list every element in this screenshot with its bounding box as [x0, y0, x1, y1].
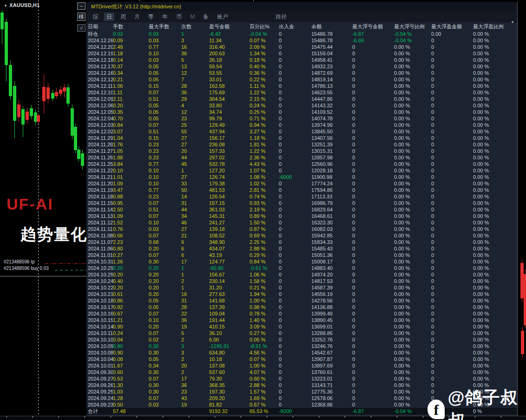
- cell: 0: [352, 356, 394, 362]
- tab-日[interactable]: 日: [104, 13, 114, 21]
- cell: 0: [352, 122, 394, 128]
- cell: 0: [352, 128, 394, 135]
- column-header: 盈亏金额: [209, 22, 250, 31]
- tab-综[interactable]: 综: [90, 13, 100, 21]
- cell: 0.00 %: [473, 109, 517, 115]
- tab-M[interactable]: M: [188, 13, 197, 21]
- cell: 0: [279, 356, 311, 362]
- cell: 1.01: [113, 174, 149, 180]
- cell: 2024.11.13: [88, 213, 113, 219]
- cell: 0.20: [149, 284, 181, 291]
- cell: 139.18: [209, 226, 250, 232]
- panel-move-button[interactable]: 移: [77, 13, 85, 21]
- cell: 26.18: [209, 57, 250, 63]
- cell: 2024.11.27: [88, 148, 113, 154]
- candle-body: [9, 65, 12, 96]
- cell: 12028.18: [311, 167, 352, 174]
- cell: 0: [352, 206, 394, 213]
- cell: 2024.10.16: [88, 310, 113, 317]
- cell: 13974.99: [311, 122, 352, 128]
- table-row: 2024.10.140.900.2019410.153.09 %013699.0…: [86, 323, 517, 330]
- table-row: 2024.10.290.200.201-90.80-0.61 %014883.4…: [86, 265, 517, 271]
- cell: 0.00 %: [394, 200, 431, 206]
- tab-季[interactable]: 季: [146, 13, 156, 21]
- cell: 0.02: [149, 336, 181, 343]
- cell: 0: [431, 226, 473, 232]
- cell: 0.00 %: [473, 76, 517, 83]
- candle-body: [521, 331, 524, 354]
- cell: 304.54: [209, 96, 250, 102]
- cell: 12: [181, 109, 209, 115]
- tab-月[interactable]: 月: [132, 13, 142, 21]
- panel-titlebar[interactable]: MTDriver统计 ,V3.12 (http://mtdriver.cn): [86, 2, 517, 12]
- cell: 0.00 %: [394, 174, 431, 180]
- cell: 10.18: [209, 356, 250, 362]
- cell: 0.00 %: [473, 252, 517, 258]
- cell: 162.58: [209, 83, 250, 89]
- tab-path[interactable]: 路径: [273, 12, 289, 22]
- time-axis-tick: [267, 416, 267, 418]
- tab-币[interactable]: 币: [174, 13, 184, 21]
- cell: 2024.10.09: [88, 343, 113, 349]
- cell: 126.74: [209, 174, 250, 180]
- cell: 0.82: [113, 304, 149, 310]
- cell: 0: [279, 70, 311, 76]
- cell: 0.67 %: [250, 401, 279, 408]
- candle-body: [74, 127, 77, 150]
- cell: 0.00 %: [473, 193, 517, 200]
- tab-年[interactable]: 年: [160, 13, 170, 21]
- tab-账户[interactable]: 账户: [215, 13, 230, 21]
- cell: 0.00 %: [473, 297, 517, 304]
- cell: 157.15: [209, 200, 250, 206]
- cell: 44: [181, 206, 209, 213]
- table-row: 2024.11.193.470.7750481.532.81 %017594.8…: [86, 187, 517, 193]
- cell: 6.00: [209, 336, 250, 343]
- cell: 2024.11.25: [88, 161, 113, 167]
- tab-周[interactable]: 周: [118, 13, 128, 21]
- table-body: 持仓0.030.031-6.42-0.04 %015486.78-6.87-0.…: [86, 31, 517, 408]
- scroll-dropdown-icon[interactable]: ▾: [512, 20, 513, 24]
- table-row: 2024.12.092.110.5129304.542.15 %014447.8…: [86, 96, 517, 102]
- cell: 0.00 %: [394, 291, 431, 297]
- cell: 0.00 %: [394, 109, 431, 115]
- cell: 2024.12.20: [88, 44, 113, 50]
- cell: 2024.12.03: [88, 122, 113, 128]
- cell: 0: [431, 167, 473, 174]
- cell: 16: [181, 44, 209, 50]
- cell: 0.00 %: [473, 96, 517, 102]
- cell: -6000: [279, 408, 311, 414]
- cell: 0: [279, 388, 311, 395]
- cell: 1.09: [113, 213, 149, 219]
- cell: 0.03: [149, 226, 181, 232]
- cell: 0: [352, 161, 394, 167]
- cell: 0.30: [149, 343, 181, 349]
- cell: 31.20: [209, 284, 250, 291]
- cell: 0: [279, 343, 311, 349]
- cell: -0.04 %: [394, 37, 431, 44]
- cell: 0: [279, 37, 311, 44]
- table-row: 2024.10.210.610.2016277.631.94 %014556.1…: [86, 291, 517, 297]
- cell: 241.27: [209, 219, 250, 226]
- cell: 0: [431, 148, 473, 154]
- cell: 0: [431, 200, 473, 206]
- cell: 0.00 %: [394, 213, 431, 219]
- cell: 348.90: [209, 239, 250, 245]
- cell: 0.05: [149, 115, 181, 122]
- cell: 0: [352, 219, 394, 226]
- table-row: 2024.10.311.260.3017124.770.84 %015008.1…: [86, 258, 517, 265]
- cell: 13760.61: [311, 369, 352, 375]
- cell: 0: [279, 336, 311, 343]
- cell: 2024.09.23: [88, 401, 113, 408]
- cell: 1: [181, 31, 209, 37]
- panel-minimize-button[interactable]: −: [77, 2, 85, 10]
- cell: 36: [181, 317, 209, 323]
- cell: 2024.11.21: [88, 174, 113, 180]
- panel-check-button[interactable]: √: [77, 24, 85, 32]
- order-tp-line: [45, 263, 86, 264]
- table-row: 2024.12.023.070.5155437.943.27 %013845.5…: [86, 128, 517, 135]
- order-buy-line: [55, 270, 86, 270]
- time-axis-tick: [189, 416, 189, 418]
- cell: 0.00 %: [394, 128, 431, 135]
- tab-备[interactable]: 备: [201, 13, 211, 21]
- cell: 13699.01: [311, 323, 352, 330]
